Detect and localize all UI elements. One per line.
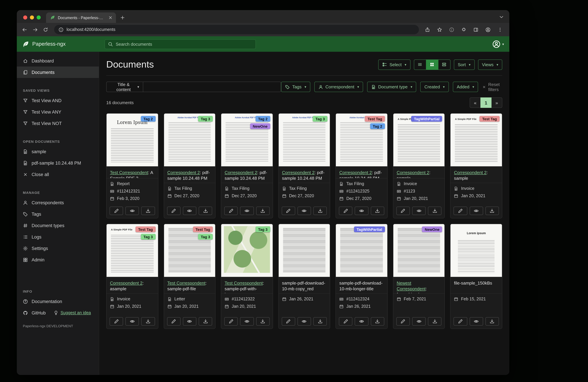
sidebar-item-documentation[interactable]: Documentation xyxy=(17,296,99,307)
tag-chip[interactable]: Tag 3 xyxy=(141,234,155,240)
zoom-window-button[interactable] xyxy=(37,16,41,20)
document-thumbnail[interactable]: Adobe Acrobat PDF FilesTest TagTag 2 xyxy=(336,114,387,167)
search-input[interactable] xyxy=(116,41,252,46)
download-button[interactable] xyxy=(199,207,212,215)
browser-menu-icon[interactable] xyxy=(496,25,505,34)
tag-chip[interactable]: Tag 3 xyxy=(313,116,328,122)
minimize-window-button[interactable] xyxy=(30,16,34,20)
sidebar-item-close-all[interactable]: Close all xyxy=(17,169,99,180)
document-title[interactable]: Correspondent 2: pdf-sample 10.24.48 PM xyxy=(336,167,387,178)
sidebar-item-dashboard[interactable]: Dashboard xyxy=(17,55,99,66)
download-button[interactable] xyxy=(141,317,155,325)
document-thumbnail[interactable]: A Simple PDF FileTest Tag xyxy=(451,114,502,167)
large-cards-view-button[interactable] xyxy=(438,59,450,70)
tag-chip[interactable]: Test Tag xyxy=(193,226,213,232)
filter-field-dropdown[interactable]: Title & content xyxy=(106,82,143,92)
sidebar-item-test-view-and[interactable]: Test View AND xyxy=(17,95,99,106)
preview-button[interactable] xyxy=(412,317,426,325)
tag-chip[interactable]: Tag 2 xyxy=(141,116,155,122)
edit-button[interactable] xyxy=(110,207,123,215)
previous-page-button[interactable]: « xyxy=(470,98,481,108)
correspondent-link[interactable]: Correspondent 2 xyxy=(339,170,372,175)
correspondent-link[interactable]: Newest Correspondent xyxy=(397,281,426,291)
reset-filters-button[interactable]: Reset filters xyxy=(482,82,502,92)
document-thumbnail[interactable]: NewOne xyxy=(393,224,445,277)
document-title[interactable]: sample-pdf-download-10-mb copy_red xyxy=(278,277,330,293)
download-button[interactable] xyxy=(141,207,155,215)
extensions-icon[interactable] xyxy=(459,25,468,34)
created-filter-dropdown[interactable]: Created xyxy=(420,82,449,92)
correspondent-filter-dropdown[interactable]: Correspondent xyxy=(314,82,363,92)
tag-chip[interactable]: Tag 2 xyxy=(255,116,270,122)
address-bar[interactable]: localhost:4200/documents xyxy=(54,25,419,34)
close-window-button[interactable] xyxy=(23,16,27,20)
edit-button[interactable] xyxy=(282,317,295,325)
edit-button[interactable] xyxy=(282,207,295,215)
download-button[interactable] xyxy=(256,317,270,325)
tag-chip[interactable]: Test Tag xyxy=(480,116,500,122)
tag-chip[interactable]: Tag 3 xyxy=(255,226,270,232)
edit-button[interactable] xyxy=(339,207,353,215)
app-brand[interactable]: Paperless-ngx xyxy=(22,40,65,48)
document-thumbnail[interactable]: Test TagTag 3 xyxy=(164,224,215,277)
page-info-icon[interactable] xyxy=(447,25,456,34)
bookmark-star-icon[interactable] xyxy=(435,25,444,34)
sidebar-item-documents[interactable]: Documents xyxy=(17,66,99,78)
profile-icon[interactable] xyxy=(483,25,493,34)
download-button[interactable] xyxy=(428,207,441,215)
document-title[interactable]: Correspondent 2: pdf-sample 10.24.48 PM xyxy=(278,167,330,183)
correspondent-link[interactable]: Correspondent 2 xyxy=(397,170,429,175)
sidebar-item-settings[interactable]: Settings xyxy=(17,242,99,254)
download-button[interactable] xyxy=(256,207,270,215)
tag-chip[interactable]: Test Tag xyxy=(135,226,155,232)
document-thumbnail[interactable] xyxy=(278,224,330,277)
edit-button[interactable] xyxy=(396,317,410,325)
preview-button[interactable] xyxy=(469,317,483,325)
tags-filter-dropdown[interactable]: Tags xyxy=(281,82,310,92)
edit-button[interactable] xyxy=(396,207,410,215)
document-title[interactable]: Correspondent 2: sample xyxy=(451,167,502,183)
preview-button[interactable] xyxy=(297,207,311,215)
table-view-button[interactable] xyxy=(414,59,426,70)
correspondent-link[interactable]: Test Correspondent xyxy=(110,170,148,175)
tag-chip[interactable]: Tag 3 xyxy=(198,116,213,122)
preview-button[interactable] xyxy=(126,317,139,325)
global-search[interactable] xyxy=(105,39,256,49)
sidebar-item-logs[interactable]: Logs xyxy=(17,231,99,242)
preview-button[interactable] xyxy=(126,207,139,215)
tab-overflow-icon[interactable] xyxy=(499,15,504,20)
download-button[interactable] xyxy=(485,207,499,215)
document-type-filter-dropdown[interactable]: Document type xyxy=(367,82,416,92)
forward-button[interactable] xyxy=(31,25,40,34)
correspondent-link[interactable]: Correspondent 2 xyxy=(110,281,143,286)
preview-button[interactable] xyxy=(183,207,196,215)
preview-button[interactable] xyxy=(469,207,483,215)
tag-chip[interactable]: Test Tag xyxy=(365,116,385,122)
document-thumbnail[interactable]: Lorem ipsum xyxy=(451,224,502,277)
download-button[interactable] xyxy=(313,317,327,325)
preview-button[interactable] xyxy=(240,317,254,325)
edit-button[interactable] xyxy=(224,207,238,215)
tag-chip[interactable]: NewOne xyxy=(250,123,270,129)
document-title[interactable]: Correspondent 2: sample xyxy=(393,167,445,178)
edit-button[interactable] xyxy=(167,207,180,215)
suggest-an-idea-link[interactable]: Suggest an idea xyxy=(53,310,91,315)
download-button[interactable] xyxy=(199,317,212,325)
download-button[interactable] xyxy=(371,317,384,325)
document-thumbnail[interactable]: A Simple PDF FileTest TagTag 3 xyxy=(106,224,158,277)
small-cards-view-button[interactable] xyxy=(426,59,438,70)
document-thumbnail[interactable]: Adobe Acrobat PDF FilesTag 3 xyxy=(278,114,330,167)
tab-close-icon[interactable] xyxy=(108,15,113,20)
tag-chip[interactable]: Tag 2 xyxy=(370,123,385,129)
document-thumbnail[interactable]: A Simple PDF FileTagWithPartial xyxy=(393,114,445,167)
document-thumbnail[interactable]: Tag 3 xyxy=(221,224,273,277)
preview-button[interactable] xyxy=(240,207,254,215)
download-button[interactable] xyxy=(371,207,384,215)
sidebar-item-github[interactable]: GitHubSuggest an idea xyxy=(17,307,99,319)
document-title[interactable]: Newest Correspondent: f_combineds xyxy=(393,277,445,293)
preview-button[interactable] xyxy=(355,317,368,325)
download-button[interactable] xyxy=(485,317,499,325)
tag-chip[interactable]: TagWithPartial xyxy=(354,226,385,232)
correspondent-link[interactable]: Correspondent 2 xyxy=(225,170,257,175)
filter-text-input[interactable] xyxy=(143,82,281,92)
